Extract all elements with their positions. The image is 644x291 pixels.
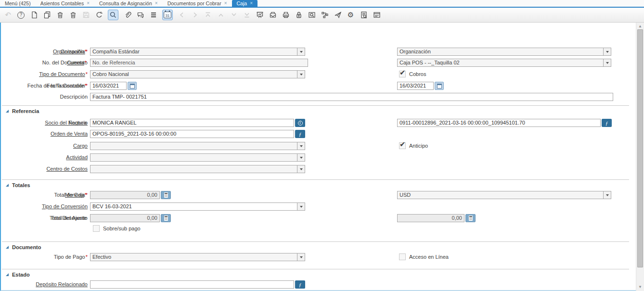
tab-label: Asientos Contables [40, 0, 84, 6]
new-record-icon[interactable] [30, 11, 38, 19]
workflow-icon[interactable] [321, 11, 329, 19]
close-icon[interactable]: × [155, 1, 158, 6]
acceso-linea-checkbox[interactable] [399, 253, 406, 260]
report-find-icon[interactable] [360, 11, 368, 19]
scroll-up-icon[interactable]: ▲ [636, 24, 644, 28]
fecha-transaccion-input[interactable]: 16/03/2021 [90, 82, 127, 90]
total-caja-calculator-button[interactable] [161, 191, 171, 199]
collapse-icon[interactable] [6, 184, 9, 187]
close-icon[interactable]: × [224, 1, 227, 6]
chevron-down-icon[interactable] [297, 203, 305, 210]
tab-consulta-asignacion[interactable]: Consulta de Asignación × [94, 0, 163, 7]
refresh-icon[interactable] [95, 11, 103, 19]
tab-documentos-por-cobrar[interactable]: Documentos por Cobrar × [163, 0, 232, 7]
moneda-label: Moneda* [1, 191, 87, 199]
window-tabbar: Menú (425) Asientos Contables × Consulta… [0, 0, 644, 8]
zoom-across-icon[interactable] [308, 11, 316, 19]
chevron-down-icon[interactable] [297, 71, 305, 78]
cobros-checkbox[interactable]: ✔ [399, 71, 406, 77]
socio-negocio-input[interactable]: MONICA RANGEL [90, 119, 294, 127]
section-divider [2, 179, 629, 180]
delete-selection-icon[interactable] [69, 11, 77, 19]
total-descuento-input[interactable]: 0,00 [90, 214, 160, 222]
tipo-pago-combo[interactable]: Efectivo [90, 253, 305, 261]
archive-icon[interactable] [269, 11, 277, 19]
chevron-down-icon[interactable] [297, 48, 305, 55]
delete-record-icon[interactable] [56, 11, 64, 19]
chevron-down-icon[interactable] [603, 191, 611, 199]
total-ajuste-input[interactable]: 0,00 [397, 214, 464, 222]
tab-caja[interactable]: Caja × [232, 0, 258, 7]
centro-costos-combo[interactable] [90, 165, 305, 173]
print-icon[interactable] [282, 11, 290, 19]
collapse-icon[interactable] [6, 273, 9, 276]
tab-label: Caja [237, 0, 247, 6]
chat-icon[interactable] [136, 11, 144, 19]
attachment-icon[interactable] [123, 11, 131, 19]
section-documento[interactable]: Documento [6, 244, 41, 250]
fecha-transaccion-calendar-button[interactable] [128, 82, 137, 90]
collapse-icon[interactable] [6, 246, 9, 249]
chevron-down-icon[interactable] [297, 154, 305, 161]
tab-menu[interactable]: Menú (425) [0, 0, 36, 7]
next-record-icon [191, 11, 199, 19]
tipo-conversion-combo[interactable]: BCV 16-03-2021 [90, 202, 305, 211]
cuenta-combo[interactable]: Caja POS - --_Taquilla 02 [397, 59, 611, 67]
grid-toggle-icon[interactable] [149, 11, 157, 19]
send-mail-icon[interactable] [334, 11, 342, 19]
chevron-down-icon[interactable] [297, 142, 305, 150]
factura-input[interactable]: 0911-00012896_2021-03-16 00:00:00_109945… [397, 119, 601, 127]
chevron-down-icon[interactable] [297, 253, 305, 261]
collapse-icon[interactable] [6, 110, 9, 113]
deposito-input[interactable] [90, 280, 294, 289]
orden-venta-input[interactable]: OPOS-80195_2021-03-16 00:00:00 [90, 130, 294, 138]
lock-icon[interactable] [295, 11, 303, 19]
total-caja-input[interactable]: 0,00 [90, 191, 160, 199]
compania-combo[interactable]: Compañía Estándar [90, 48, 305, 56]
orden-venta-zoom-button[interactable]: ƒ [295, 130, 305, 138]
scrollbar-thumb[interactable] [637, 29, 643, 267]
detail-record-icon [230, 11, 238, 19]
tab-asientos-contables[interactable]: Asientos Contables × [36, 0, 94, 7]
factura-zoom-button[interactable]: ƒ [602, 119, 612, 127]
fecha-contable-input[interactable]: 16/03/2021 [397, 82, 434, 90]
section-estado[interactable]: Estado [6, 271, 30, 278]
no-documento-input[interactable]: No. de Referencia [90, 59, 308, 67]
checkmark-icon: ✔ [399, 140, 406, 149]
report-icon[interactable] [256, 11, 264, 19]
cargo-combo[interactable] [90, 142, 305, 150]
calculator-icon [469, 215, 473, 221]
section-referencia[interactable]: Referencia [6, 108, 39, 114]
help-icon[interactable]: ? [17, 11, 25, 19]
actividad-combo[interactable] [90, 153, 305, 162]
section-totales[interactable]: Totales [6, 182, 30, 188]
chevron-down-icon[interactable] [603, 59, 611, 66]
preferences-icon[interactable]: ⚙ [347, 11, 355, 19]
socio-negocio-info-button[interactable] [295, 119, 305, 127]
total-ajuste-calculator-button[interactable] [465, 214, 476, 222]
find-icon[interactable] [108, 10, 118, 20]
zoom-record-icon: ƒ [299, 131, 302, 137]
zoom-record-icon: ƒ [605, 120, 608, 126]
chevron-down-icon[interactable] [297, 165, 305, 173]
close-icon[interactable]: × [87, 1, 90, 6]
close-icon[interactable]: × [250, 1, 253, 6]
deposito-zoom-button[interactable]: ƒ [295, 280, 305, 289]
checkmark-icon: ✔ [399, 68, 406, 77]
fecha-contable-calendar-button[interactable] [435, 82, 444, 90]
last-record-icon [243, 11, 251, 19]
descripcion-input[interactable]: Factura TMP- 0021751 [90, 93, 613, 101]
organizacion-combo[interactable]: Organización [397, 48, 611, 56]
calendar-icon[interactable]: 31 [162, 10, 173, 20]
total-descuento-calculator-button[interactable] [161, 214, 171, 222]
scroll-down-icon[interactable]: ▼ [636, 285, 644, 289]
sobre-sub-pago-label: Sobre/sub pago [103, 225, 141, 232]
vertical-scrollbar[interactable]: ▲ ▼ [636, 23, 644, 291]
sobre-sub-pago-checkbox[interactable] [93, 225, 100, 232]
chevron-down-icon[interactable] [603, 48, 611, 55]
anticipo-checkbox[interactable]: ✔ [399, 142, 406, 149]
copy-record-icon[interactable] [43, 11, 51, 19]
moneda-combo[interactable]: USD [397, 191, 611, 199]
form-icon[interactable] [373, 11, 381, 19]
tipo-documento-combo[interactable]: Cobro Nacional [90, 70, 305, 78]
